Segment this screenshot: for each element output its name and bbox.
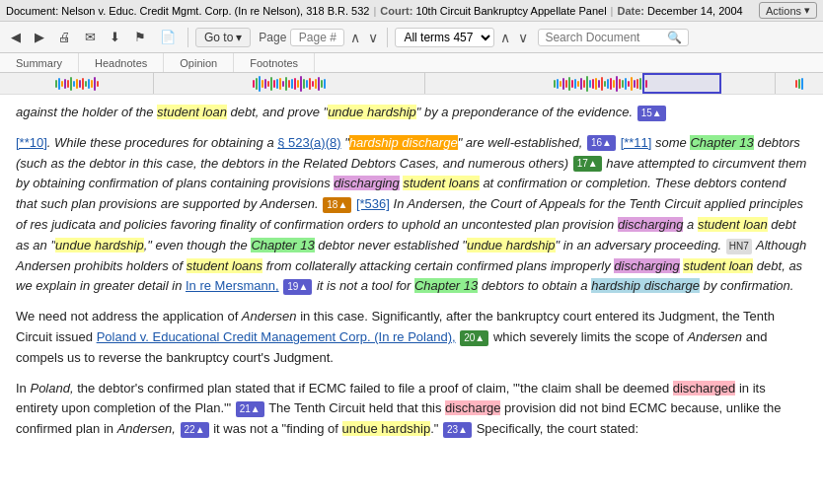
minimap-footnotes-bars — [794, 73, 804, 94]
navigation-tabs: Summary Headnotes Opinion Footnotes — [0, 53, 823, 73]
tab-opinion[interactable]: Opinion — [164, 53, 234, 72]
highlight-chapter13-1: Chapter 13 — [690, 135, 753, 150]
tab-summary[interactable]: Summary — [0, 53, 79, 72]
paragraph-3: We need not address the application of A… — [16, 307, 807, 368]
highlight-chapter13-2: Chapter 13 — [251, 238, 314, 252]
forward-icon-btn[interactable]: ▶ — [30, 27, 49, 47]
highlight-chapter13-3: Chapter 13 — [414, 278, 478, 293]
highlight-undue-hardship-4: undue hardship — [342, 421, 431, 436]
goto-chevron-icon: ▾ — [236, 31, 242, 44]
paragraph-2: [**10]. While these procedures for obtai… — [16, 133, 807, 297]
footnote-badge-18[interactable]: 18▲ — [323, 197, 351, 213]
date-value: December 14, 2004 — [644, 5, 743, 17]
cite-poland[interactable]: Poland v. Educational Credit Management … — [97, 329, 456, 344]
document-content: against the holder of the student loan d… — [0, 95, 823, 504]
back-icon-btn[interactable]: ◀ — [6, 27, 26, 47]
minimap-opinion-bars — [553, 73, 648, 94]
highlight-discharging-2: discharging — [618, 217, 684, 232]
footnote-badge-15[interactable]: 15▲ — [637, 106, 666, 121]
keycite-icon-btn[interactable]: ⚑ — [129, 27, 151, 47]
paragraph-4: In Poland, the debtor's confirmed plan s… — [16, 379, 807, 440]
next-page-button[interactable]: ∨ — [366, 30, 380, 45]
highlight-student-loans-2: student loans — [187, 258, 262, 273]
goto-button[interactable]: Go to ▾ — [195, 28, 251, 47]
highlight-discharge-1: discharge — [445, 400, 500, 415]
highlight-discharging-3: discharging — [614, 258, 680, 273]
email-icon-btn[interactable]: ✉ — [80, 27, 101, 47]
separator-2: | — [611, 5, 614, 17]
minimap-footnotes — [775, 73, 823, 94]
document-title: Document: Nelson v. Educ. Credit Mgmt. C… — [6, 5, 369, 17]
highlight-student-loans-1: student loans — [403, 176, 479, 190]
prev-term-button[interactable]: ∧ — [498, 30, 512, 45]
cite-in-re-mersmann[interactable]: In re Mersmann, — [186, 278, 279, 293]
footnote-badge-21[interactable]: 21▲ — [236, 401, 264, 417]
highlight-discharged-1: discharged — [673, 381, 736, 396]
minimap-opinion — [424, 73, 775, 94]
highlight-student-loan-1: student loan — [157, 105, 227, 119]
footnote-badge-17[interactable]: 17▲ — [573, 156, 602, 172]
highlight-undue-hardship-1: undue hardship — [328, 105, 416, 119]
minimap-summary — [0, 73, 153, 94]
document-bar: Document: Nelson v. Educ. Credit Mgmt. C… — [0, 0, 823, 22]
highlight-discharging-1: discharging — [334, 176, 400, 190]
separator-1: | — [373, 5, 376, 17]
minimap-current-position — [642, 73, 721, 94]
footnote-badge-20[interactable]: 20▲ — [460, 330, 488, 346]
highlight-undue-hardship-3: undue hardship — [467, 238, 556, 252]
document-minimap — [0, 73, 823, 95]
para1-text: against the holder of the student loan d… — [16, 105, 667, 119]
toolbar-sep-2 — [387, 28, 388, 47]
minimap-summary-bars — [54, 73, 100, 94]
search-box: 🔍 — [538, 29, 689, 46]
highlight-student-loan-2: student loan — [698, 217, 768, 232]
cite-536[interactable]: [*536] — [356, 196, 390, 211]
highlight-hardship-1: hardship discharge — [591, 278, 700, 293]
chevron-down-icon: ▾ — [804, 4, 810, 17]
print-icon-btn[interactable]: 🖨 — [53, 27, 76, 47]
court-value: 10th Circuit Bankruptcy Appellate Panel — [412, 5, 606, 17]
minimap-headnotes-bars — [252, 73, 327, 94]
footnote-badge-23[interactable]: 23▲ — [443, 422, 472, 438]
tab-footnotes[interactable]: Footnotes — [234, 53, 315, 72]
prev-page-button[interactable]: ∧ — [348, 30, 362, 45]
cite-10-11[interactable]: [**10] — [16, 135, 47, 150]
footnote-badge-19[interactable]: 19▲ — [283, 279, 312, 295]
court-label: Court: — [380, 5, 412, 17]
highlight-hardship-discharge-1: hardship discharge — [349, 135, 458, 150]
highlight-student-loan-3: student loan — [683, 258, 753, 273]
footnote-badge-16[interactable]: 16▲ — [587, 135, 616, 151]
tab-headnotes[interactable]: Headnotes — [79, 53, 164, 72]
document-icon-btn[interactable]: 📄 — [155, 27, 181, 47]
toolbar-separator — [187, 28, 188, 47]
minimap-headnotes — [153, 73, 424, 94]
paragraph-1: against the holder of the student loan d… — [16, 103, 807, 123]
actions-button[interactable]: Actions ▾ — [759, 2, 817, 19]
terms-select[interactable]: All terms 457 — [395, 28, 494, 47]
headnote-badge-hn7[interactable]: HN7 — [726, 239, 752, 254]
next-term-button[interactable]: ∨ — [516, 30, 530, 45]
date-label: Date: — [617, 5, 644, 17]
page-input[interactable] — [290, 29, 344, 46]
page-label: Page — [259, 31, 286, 44]
cite-523[interactable]: § 523(a)(8) — [277, 135, 340, 150]
cite-11[interactable]: [**11] — [621, 135, 652, 150]
toolbar: ◀ ▶ 🖨 ✉ ⬇ ⚑ 📄 Go to ▾ Page ∧ ∨ All terms… — [0, 22, 823, 53]
highlight-undue-hardship-2: undue hardship — [55, 238, 144, 252]
search-icon: 🔍 — [667, 31, 682, 44]
footnote-badge-22[interactable]: 22▲ — [181, 422, 209, 438]
download-icon-btn[interactable]: ⬇ — [105, 27, 125, 47]
search-input[interactable] — [545, 31, 663, 44]
